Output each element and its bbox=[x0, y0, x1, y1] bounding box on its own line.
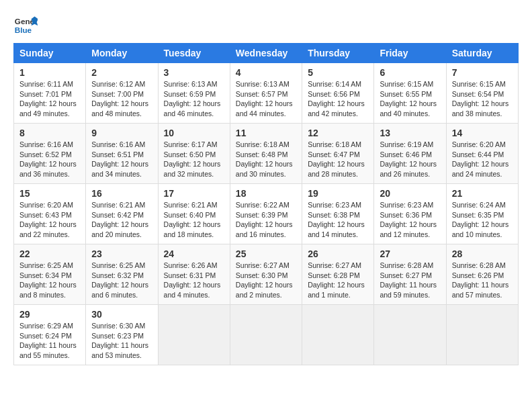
calendar-cell: 14Sunrise: 6:20 AMSunset: 6:44 PMDayligh… bbox=[446, 124, 518, 184]
calendar-cell: 2Sunrise: 6:12 AMSunset: 7:00 PMDaylight… bbox=[86, 63, 158, 124]
day-info: Sunrise: 6:13 AMSunset: 6:57 PMDaylight:… bbox=[236, 79, 296, 119]
calendar-cell: 11Sunrise: 6:18 AMSunset: 6:48 PMDayligh… bbox=[230, 124, 302, 184]
calendar-cell: 22Sunrise: 6:25 AMSunset: 6:34 PMDayligh… bbox=[14, 244, 86, 305]
calendar-cell: 3Sunrise: 6:13 AMSunset: 6:59 PMDaylight… bbox=[158, 63, 230, 124]
calendar-cell bbox=[230, 305, 302, 365]
header-saturday: Saturday bbox=[446, 44, 518, 63]
calendar-cell bbox=[158, 305, 230, 365]
day-number: 16 bbox=[91, 188, 152, 199]
calendar-cell: 13Sunrise: 6:19 AMSunset: 6:46 PMDayligh… bbox=[374, 124, 446, 184]
day-number: 5 bbox=[308, 67, 368, 78]
calendar-header-row: SundayMondayTuesdayWednesdayThursdayFrid… bbox=[14, 44, 519, 63]
calendar-cell: 7Sunrise: 6:15 AMSunset: 6:54 PMDaylight… bbox=[446, 63, 518, 124]
header-tuesday: Tuesday bbox=[158, 44, 230, 63]
day-number: 19 bbox=[308, 188, 368, 199]
calendar-cell: 4Sunrise: 6:13 AMSunset: 6:57 PMDaylight… bbox=[230, 63, 302, 124]
calendar-cell: 18Sunrise: 6:22 AMSunset: 6:39 PMDayligh… bbox=[230, 184, 302, 244]
day-number: 9 bbox=[91, 128, 152, 138]
day-number: 10 bbox=[164, 128, 224, 138]
calendar-cell: 10Sunrise: 6:17 AMSunset: 6:50 PMDayligh… bbox=[158, 124, 230, 184]
day-number: 13 bbox=[380, 128, 440, 138]
calendar-cell: 29Sunrise: 6:29 AMSunset: 6:24 PMDayligh… bbox=[14, 305, 86, 365]
day-info: Sunrise: 6:28 AMSunset: 6:27 PMDaylight:… bbox=[380, 261, 440, 300]
page-header: General Blue bbox=[13, 13, 519, 38]
day-number: 30 bbox=[91, 309, 152, 320]
day-number: 11 bbox=[236, 128, 296, 138]
calendar-week-5: 29Sunrise: 6:29 AMSunset: 6:24 PMDayligh… bbox=[14, 305, 519, 365]
day-info: Sunrise: 6:16 AMSunset: 6:52 PMDaylight:… bbox=[19, 140, 80, 179]
calendar-cell: 28Sunrise: 6:28 AMSunset: 6:26 PMDayligh… bbox=[446, 244, 518, 305]
day-number: 27 bbox=[380, 248, 440, 259]
calendar-week-3: 15Sunrise: 6:20 AMSunset: 6:43 PMDayligh… bbox=[14, 184, 519, 244]
day-info: Sunrise: 6:21 AMSunset: 6:42 PMDaylight:… bbox=[91, 200, 152, 240]
day-info: Sunrise: 6:19 AMSunset: 6:46 PMDaylight:… bbox=[380, 140, 440, 179]
day-info: Sunrise: 6:17 AMSunset: 6:50 PMDaylight:… bbox=[164, 140, 224, 179]
day-number: 2 bbox=[91, 67, 152, 78]
day-info: Sunrise: 6:30 AMSunset: 6:23 PMDaylight:… bbox=[91, 321, 152, 361]
header-monday: Monday bbox=[86, 44, 158, 63]
day-number: 23 bbox=[91, 248, 152, 259]
day-info: Sunrise: 6:11 AMSunset: 7:01 PMDaylight:… bbox=[19, 79, 80, 119]
calendar-cell bbox=[374, 305, 446, 365]
day-info: Sunrise: 6:14 AMSunset: 6:56 PMDaylight:… bbox=[308, 79, 368, 119]
calendar-cell: 9Sunrise: 6:16 AMSunset: 6:51 PMDaylight… bbox=[86, 124, 158, 184]
day-info: Sunrise: 6:20 AMSunset: 6:43 PMDaylight:… bbox=[19, 200, 80, 240]
calendar-cell: 17Sunrise: 6:21 AMSunset: 6:40 PMDayligh… bbox=[158, 184, 230, 244]
calendar-cell: 8Sunrise: 6:16 AMSunset: 6:52 PMDaylight… bbox=[14, 124, 86, 184]
day-number: 18 bbox=[236, 188, 296, 199]
day-number: 22 bbox=[19, 248, 80, 259]
calendar-cell: 19Sunrise: 6:23 AMSunset: 6:38 PMDayligh… bbox=[302, 184, 374, 244]
logo: General Blue bbox=[13, 13, 40, 38]
day-info: Sunrise: 6:27 AMSunset: 6:30 PMDaylight:… bbox=[236, 261, 296, 300]
calendar-cell: 26Sunrise: 6:27 AMSunset: 6:28 PMDayligh… bbox=[302, 244, 374, 305]
calendar-cell: 20Sunrise: 6:23 AMSunset: 6:36 PMDayligh… bbox=[374, 184, 446, 244]
day-info: Sunrise: 6:13 AMSunset: 6:59 PMDaylight:… bbox=[164, 79, 224, 119]
day-info: Sunrise: 6:15 AMSunset: 6:54 PMDaylight:… bbox=[452, 79, 513, 119]
day-number: 20 bbox=[380, 188, 440, 199]
calendar-cell: 27Sunrise: 6:28 AMSunset: 6:27 PMDayligh… bbox=[374, 244, 446, 305]
day-info: Sunrise: 6:20 AMSunset: 6:44 PMDaylight:… bbox=[452, 140, 513, 179]
day-number: 7 bbox=[452, 67, 513, 78]
header-thursday: Thursday bbox=[302, 44, 374, 63]
day-info: Sunrise: 6:24 AMSunset: 6:35 PMDaylight:… bbox=[452, 200, 513, 240]
calendar-week-4: 22Sunrise: 6:25 AMSunset: 6:34 PMDayligh… bbox=[14, 244, 519, 305]
calendar-cell bbox=[446, 305, 518, 365]
day-info: Sunrise: 6:22 AMSunset: 6:39 PMDaylight:… bbox=[236, 200, 296, 240]
calendar-cell: 1Sunrise: 6:11 AMSunset: 7:01 PMDaylight… bbox=[14, 63, 86, 124]
day-info: Sunrise: 6:29 AMSunset: 6:24 PMDaylight:… bbox=[19, 321, 80, 361]
day-number: 26 bbox=[308, 248, 368, 259]
day-number: 17 bbox=[164, 188, 224, 199]
day-info: Sunrise: 6:18 AMSunset: 6:47 PMDaylight:… bbox=[308, 140, 368, 179]
calendar-week-1: 1Sunrise: 6:11 AMSunset: 7:01 PMDaylight… bbox=[14, 63, 519, 124]
day-info: Sunrise: 6:27 AMSunset: 6:28 PMDaylight:… bbox=[308, 261, 368, 300]
day-number: 21 bbox=[452, 188, 513, 199]
day-number: 15 bbox=[19, 188, 80, 199]
day-info: Sunrise: 6:25 AMSunset: 6:32 PMDaylight:… bbox=[91, 261, 152, 300]
calendar-cell: 5Sunrise: 6:14 AMSunset: 6:56 PMDaylight… bbox=[302, 63, 374, 124]
calendar-cell: 15Sunrise: 6:20 AMSunset: 6:43 PMDayligh… bbox=[14, 184, 86, 244]
calendar-cell: 24Sunrise: 6:26 AMSunset: 6:31 PMDayligh… bbox=[158, 244, 230, 305]
calendar-cell: 6Sunrise: 6:15 AMSunset: 6:55 PMDaylight… bbox=[374, 63, 446, 124]
day-info: Sunrise: 6:26 AMSunset: 6:31 PMDaylight:… bbox=[164, 261, 224, 300]
day-number: 3 bbox=[164, 67, 224, 78]
calendar-cell: 12Sunrise: 6:18 AMSunset: 6:47 PMDayligh… bbox=[302, 124, 374, 184]
day-number: 28 bbox=[452, 248, 513, 259]
day-number: 24 bbox=[164, 248, 224, 259]
calendar-cell: 25Sunrise: 6:27 AMSunset: 6:30 PMDayligh… bbox=[230, 244, 302, 305]
day-info: Sunrise: 6:25 AMSunset: 6:34 PMDaylight:… bbox=[19, 261, 80, 300]
day-number: 8 bbox=[19, 128, 80, 138]
day-number: 1 bbox=[19, 67, 80, 78]
calendar-table: SundayMondayTuesdayWednesdayThursdayFrid… bbox=[13, 43, 519, 365]
logo-icon: General Blue bbox=[13, 13, 38, 38]
day-info: Sunrise: 6:23 AMSunset: 6:38 PMDaylight:… bbox=[308, 200, 368, 240]
day-info: Sunrise: 6:23 AMSunset: 6:36 PMDaylight:… bbox=[380, 200, 440, 240]
day-info: Sunrise: 6:16 AMSunset: 6:51 PMDaylight:… bbox=[91, 140, 152, 179]
calendar-week-2: 8Sunrise: 6:16 AMSunset: 6:52 PMDaylight… bbox=[14, 124, 519, 184]
header-friday: Friday bbox=[374, 44, 446, 63]
calendar-cell: 16Sunrise: 6:21 AMSunset: 6:42 PMDayligh… bbox=[86, 184, 158, 244]
svg-text:Blue: Blue bbox=[15, 26, 32, 34]
calendar-cell bbox=[302, 305, 374, 365]
day-number: 6 bbox=[380, 67, 440, 78]
day-info: Sunrise: 6:15 AMSunset: 6:55 PMDaylight:… bbox=[380, 79, 440, 119]
day-info: Sunrise: 6:28 AMSunset: 6:26 PMDaylight:… bbox=[452, 261, 513, 300]
